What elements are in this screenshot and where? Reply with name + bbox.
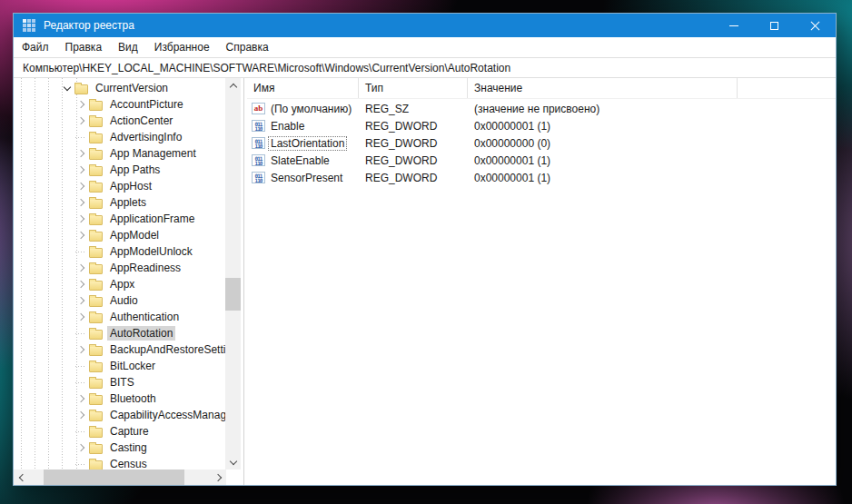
- tree-item-label: CurrentVersion: [93, 81, 171, 95]
- tree-item-actioncenter[interactable]: ActionCenter: [14, 113, 228, 129]
- scroll-left-button[interactable]: [14, 469, 29, 485]
- chevron-collapsed-icon[interactable]: [75, 279, 87, 291]
- chevron-collapsed-icon[interactable]: [75, 344, 87, 356]
- address-bar: [14, 58, 836, 78]
- registry-value-row[interactable]: 011110SlateEnableREG_DWORD0x00000001 (1): [247, 152, 836, 169]
- minimize-button[interactable]: [713, 14, 754, 37]
- tree-item-applets[interactable]: Applets: [14, 194, 228, 211]
- tree-item-appreadiness[interactable]: AppReadiness: [14, 260, 228, 276]
- chevron-collapsed-icon[interactable]: [75, 197, 87, 209]
- close-button[interactable]: [795, 14, 836, 37]
- menu-item-view[interactable]: Вид: [110, 41, 146, 54]
- scroll-right-button[interactable]: [211, 469, 226, 485]
- folder-icon: [89, 428, 103, 438]
- tree-item-backupandrestoresettin[interactable]: BackupAndRestoreSettin: [14, 341, 228, 358]
- maximize-button[interactable]: [754, 14, 795, 37]
- column-header-value[interactable]: Значение: [468, 78, 738, 98]
- tree-item-label: Applets: [107, 195, 149, 210]
- tree-item-autorotation[interactable]: AutoRotation: [14, 325, 228, 341]
- chevron-collapsed-icon[interactable]: [75, 393, 87, 405]
- tree-item-casting[interactable]: Casting: [14, 440, 228, 456]
- address-bar-input[interactable]: [14, 58, 836, 77]
- folder-icon: [89, 133, 103, 143]
- tree-item-app-management[interactable]: App Management: [14, 145, 228, 162]
- tree-item-appx[interactable]: Appx: [14, 276, 228, 292]
- tree-item-label: BitLocker: [107, 359, 158, 373]
- panel-splitter[interactable]: [243, 78, 244, 485]
- tree-item-app-paths[interactable]: App Paths: [14, 162, 228, 178]
- chevron-collapsed-icon[interactable]: [75, 442, 87, 454]
- values-panel: Имя Тип Значение ab(По умолчанию)REG_SZ(…: [247, 78, 836, 485]
- tree-item-capabilityaccessmanage[interactable]: CapabilityAccessManage: [14, 407, 228, 423]
- chevron-collapsed-icon[interactable]: [75, 213, 87, 225]
- value-type: REG_SZ: [359, 100, 468, 117]
- menu-item-favorites[interactable]: Избранное: [146, 41, 218, 54]
- scroll-left-icon: [19, 473, 26, 480]
- folder-icon: [74, 84, 88, 94]
- folder-icon: [89, 444, 103, 454]
- column-header-name[interactable]: Имя: [247, 78, 359, 98]
- tree-item-label: App Paths: [107, 163, 163, 177]
- tree-item-bits[interactable]: BITS: [14, 374, 228, 390]
- menu-item-file[interactable]: Файл: [14, 41, 57, 54]
- vertical-scroll-thumb[interactable]: [225, 278, 241, 311]
- folder-icon: [89, 248, 103, 258]
- chevron-collapsed-icon[interactable]: [75, 311, 87, 323]
- folder-icon: [89, 183, 103, 193]
- registry-value-row[interactable]: ab(По умолчанию)REG_SZ(значение не присв…: [247, 100, 836, 117]
- maximize-icon: [770, 22, 778, 30]
- value-data: 0x00000001 (1): [468, 117, 738, 134]
- dword-value-icon: 011110: [252, 137, 265, 149]
- value-type: REG_DWORD: [359, 134, 468, 152]
- value-type: REG_DWORD: [359, 169, 468, 186]
- menu-item-edit[interactable]: Правка: [57, 41, 111, 54]
- tree-item-label: Audio: [107, 293, 141, 308]
- registry-value-row[interactable]: 011110LastOrientationREG_DWORD0x00000000…: [247, 134, 836, 152]
- chevron-collapsed-icon[interactable]: [75, 181, 87, 193]
- chevron-collapsed-icon[interactable]: [75, 164, 87, 176]
- tree-item-label: CapabilityAccessManage: [107, 408, 228, 422]
- column-header-type[interactable]: Тип: [359, 78, 468, 98]
- value-name: Enable: [269, 120, 306, 133]
- menu-item-help[interactable]: Справка: [218, 41, 277, 54]
- scroll-down-button[interactable]: [225, 454, 241, 469]
- column-header-filler: [738, 78, 836, 98]
- folder-icon: [89, 379, 103, 389]
- folder-icon: [89, 346, 103, 356]
- horizontal-scroll-thumb[interactable]: [44, 469, 184, 485]
- registry-value-row[interactable]: 011110EnableREG_DWORD0x00000001 (1): [247, 117, 836, 134]
- tree-item-bitlocker[interactable]: BitLocker: [14, 358, 228, 374]
- registry-app-icon: [23, 19, 35, 32]
- tree-item-appmodelunlock[interactable]: AppModelUnlock: [14, 243, 228, 260]
- chevron-collapsed-icon[interactable]: [75, 99, 87, 111]
- scroll-up-button[interactable]: [225, 78, 241, 94]
- tree-connector: [75, 361, 87, 372]
- value-type: REG_DWORD: [359, 152, 468, 169]
- tree-item-advertisinginfo[interactable]: AdvertisingInfo: [14, 129, 228, 145]
- tree-item-apphost[interactable]: AppHost: [14, 178, 228, 194]
- tree-horizontal-scrollbar[interactable]: [14, 469, 226, 485]
- tree-item-appmodel[interactable]: AppModel: [14, 227, 228, 243]
- tree-item-audio[interactable]: Audio: [14, 292, 228, 309]
- chevron-collapsed-icon[interactable]: [75, 115, 87, 127]
- folder-icon: [89, 411, 103, 421]
- folder-icon: [89, 362, 103, 372]
- tree-item-bluetooth[interactable]: Bluetooth: [14, 390, 228, 407]
- registry-value-row[interactable]: 011110SensorPresentREG_DWORD0x00000001 (…: [247, 169, 836, 186]
- chevron-expanded-icon[interactable]: [61, 83, 73, 94]
- tree-item-accountpicture[interactable]: AccountPicture: [14, 96, 228, 113]
- tree-item-currentversion[interactable]: CurrentVersion: [14, 80, 228, 96]
- tree-item-authentication[interactable]: Authentication: [14, 309, 228, 325]
- tree-connector: [75, 246, 87, 258]
- chevron-collapsed-icon[interactable]: [75, 230, 87, 242]
- tree-item-capture[interactable]: Capture: [14, 423, 228, 440]
- chevron-collapsed-icon[interactable]: [75, 410, 87, 421]
- titlebar[interactable]: Редактор реестра: [14, 14, 836, 37]
- tree-vertical-scrollbar[interactable]: [225, 78, 241, 469]
- chevron-collapsed-icon[interactable]: [75, 262, 87, 274]
- tree-item-label: AppReadiness: [107, 261, 183, 275]
- chevron-collapsed-icon[interactable]: [75, 148, 87, 160]
- tree-connector: [75, 426, 87, 438]
- chevron-collapsed-icon[interactable]: [75, 295, 87, 307]
- tree-item-applicationframe[interactable]: ApplicationFrame: [14, 211, 228, 227]
